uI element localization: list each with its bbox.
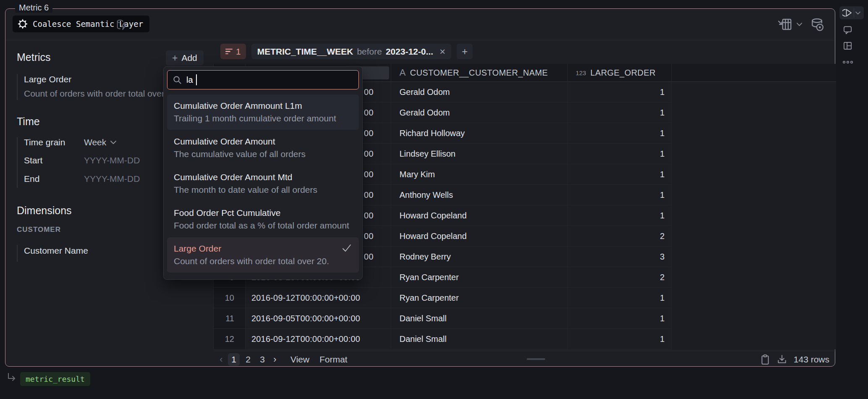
run-divider (854, 8, 854, 17)
filter-field: METRIC_TIME__WEEK (257, 47, 353, 57)
large-order-cell: 1 (568, 185, 672, 205)
empty-cell (672, 164, 836, 185)
add-metric-button[interactable]: + Add (166, 50, 204, 66)
customer-name-cell: Ryan Carpenter (391, 288, 568, 308)
search-icon (173, 75, 182, 85)
start-date-input[interactable]: YYYY-MM-DD (84, 155, 140, 165)
search-input[interactable] (182, 75, 358, 85)
table-options-chevron-icon[interactable] (796, 22, 803, 27)
metric-option-description: The cumulative value of all orders (174, 148, 352, 160)
insert-table-icon[interactable] (777, 17, 792, 32)
metric-option-description: Count of orders with order total over 20… (174, 255, 352, 268)
date-cell: 2016-09-05T00:00:00+00:00 (246, 308, 391, 329)
copy-icon[interactable] (760, 354, 770, 365)
add-filter-button[interactable]: + (457, 44, 473, 59)
run-options-chevron-icon[interactable] (855, 11, 861, 15)
page-buttons: 1 2 3 (227, 353, 269, 366)
metric-options-list: Cumulative Order Ammount L1m Trailing 1 … (167, 94, 359, 273)
customer-name-cell: Gerald Odom (391, 82, 568, 102)
return-arrow-icon (6, 372, 17, 383)
chevron-down-icon (110, 140, 117, 145)
page-button[interactable]: 2 (242, 353, 254, 366)
metric-option[interactable]: Large Order Count of orders with order t… (167, 237, 359, 273)
download-icon[interactable] (776, 354, 787, 365)
coalesce-logo-icon (17, 18, 28, 29)
end-date-input[interactable]: YYYY-MM-DD (84, 174, 140, 184)
remove-filter-icon[interactable]: × (439, 46, 445, 58)
prev-page-button[interactable]: ‹ (216, 354, 227, 365)
plus-icon: + (172, 53, 178, 63)
dimension-indent-line (17, 245, 18, 262)
metric-option-description: Food order total as a % of total order a… (174, 219, 352, 232)
customer-name-cell: Ryan Carpenter (391, 267, 568, 288)
customer-name-cell: Daniel Small (391, 329, 568, 349)
large-order-cell: 1 (568, 329, 672, 349)
layout-panels-icon[interactable] (843, 41, 852, 51)
more-options-icon[interactable] (842, 60, 854, 64)
metric-option-title: Cumulative Order Ammount L1m (174, 100, 352, 112)
metric-option-title: Food Order Pct Cumulative (174, 207, 352, 219)
empty-cell (672, 185, 836, 205)
app-root: Metric 6 Coalesce Semantic Layer (0, 0, 868, 399)
empty-cell (672, 329, 836, 349)
large-order-cell: 1 (568, 288, 672, 308)
empty-cell (672, 205, 836, 226)
page-button[interactable]: 1 (228, 353, 240, 366)
horizontal-scrollbar-thumb[interactable] (527, 358, 545, 360)
search-box (167, 70, 359, 89)
dimension-item-name[interactable]: Customer Name (24, 246, 88, 256)
metric-option[interactable]: Food Order Pct Cumulative Food order tot… (167, 202, 359, 237)
time-indent-line (17, 137, 18, 188)
filter-count-chip[interactable]: 1 (220, 44, 246, 59)
metric-option[interactable]: Cumulative Order Amount The cumulative v… (167, 130, 359, 165)
row-number-cell: 12 (214, 329, 246, 349)
end-label: End (24, 174, 39, 184)
panel-legend: Metric 6 (15, 3, 52, 13)
large-order-column-header[interactable]: 123 LARGE_ORDER (568, 64, 672, 82)
customer-name-cell: Gerald Odom (391, 102, 568, 123)
customer-name-cell: Howard Copeland (391, 205, 568, 226)
run-button[interactable] (839, 6, 864, 19)
customer-column-header[interactable]: A CUSTOMER__CUSTOMER_NAME (391, 64, 568, 82)
empty-cell (672, 308, 836, 329)
checkmark-icon (341, 243, 352, 255)
result-row: metric_result (6, 372, 90, 386)
dimension-group-label: CUSTOMER (17, 226, 61, 234)
customer-name-cell: Richard Holloway (391, 123, 568, 144)
row-number-cell: 10 (214, 288, 246, 308)
page-button[interactable]: 3 (256, 353, 268, 366)
metric-option-description: The month to date value of all orders (174, 184, 352, 196)
large-order-cell: 1 (568, 308, 672, 329)
large-order-cell: 2 (568, 226, 672, 247)
metric-option[interactable]: Cumulative Order Ammount L1m Trailing 1 … (167, 94, 359, 130)
filter-chip[interactable]: METRIC_TIME__WEEK before 2023-12-0... × (251, 44, 452, 59)
metric-option[interactable]: Cumulative Order Amount Mtd The month to… (167, 166, 359, 201)
empty-cell (672, 288, 836, 308)
date-cell: 2016-09-12T00:00:00+00:00 (246, 288, 391, 308)
format-menu[interactable]: Format (319, 354, 348, 365)
view-menu[interactable]: View (290, 354, 309, 365)
date-cell: 2016-09-12T00:00:00+00:00 (246, 329, 391, 349)
next-page-button[interactable]: › (269, 354, 280, 365)
pagination-divider (213, 351, 836, 351)
customer-name-cell: Lindsey Ellison (391, 144, 568, 164)
result-name-pill[interactable]: metric_result (20, 372, 90, 386)
metric-option-title: Large Order (174, 242, 352, 255)
empty-cell (672, 226, 836, 247)
database-lightning-icon[interactable] (116, 18, 128, 31)
metric-option-title: Cumulative Order Amount (174, 135, 352, 148)
metric-option-description: Trailing 1 month cumulative order amount (174, 112, 352, 125)
header-divider (6, 40, 834, 40)
number-type-icon: 123 (575, 69, 586, 76)
metric-indent-line (17, 74, 18, 100)
large-order-cell: 1 (568, 82, 672, 102)
large-order-cell: 1 (568, 102, 672, 123)
time-grain-select[interactable]: Week (84, 137, 117, 147)
text-caret (196, 74, 197, 85)
metrics-heading: Metrics (17, 51, 51, 63)
metric-item-name[interactable]: Large Order (24, 74, 71, 84)
large-order-cell: 1 (568, 164, 672, 185)
filter-bar: 1 METRIC_TIME__WEEK before 2023-12-0... … (220, 44, 473, 59)
comments-icon[interactable] (843, 25, 852, 35)
database-preview-icon[interactable] (810, 17, 825, 32)
